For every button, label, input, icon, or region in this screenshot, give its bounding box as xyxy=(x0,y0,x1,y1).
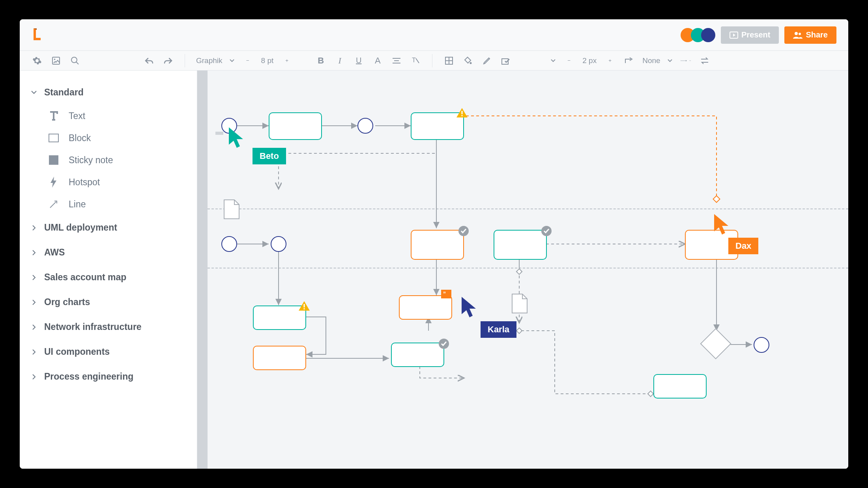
share-button[interactable]: Share xyxy=(784,26,836,44)
gear-icon xyxy=(32,56,42,65)
svg-rect-24 xyxy=(713,196,720,203)
connector-button[interactable] xyxy=(623,55,634,66)
task-box[interactable] xyxy=(494,230,547,260)
start-node[interactable] xyxy=(221,236,237,252)
fill-button[interactable] xyxy=(462,55,473,66)
canvas[interactable]: ” Beto Karla xyxy=(197,71,848,469)
vertical-ruler xyxy=(197,71,208,469)
warning-badge xyxy=(456,108,468,118)
caret-right-icon xyxy=(31,374,37,380)
check-shape-icon xyxy=(501,56,511,65)
task-box[interactable] xyxy=(253,346,306,370)
shape-label: Line xyxy=(69,199,86,210)
svg-rect-38 xyxy=(462,111,463,114)
caret-right-icon xyxy=(31,274,37,281)
font-name-value: Graphik xyxy=(196,56,223,65)
present-button[interactable]: Present xyxy=(721,26,779,44)
cursor-dax: Dax xyxy=(713,212,758,254)
category-ui[interactable]: UI components xyxy=(31,339,197,364)
font-size-decrease[interactable]: − xyxy=(242,55,253,66)
event-node[interactable] xyxy=(271,236,286,252)
task-box[interactable] xyxy=(399,295,452,320)
line-width-decrease[interactable]: − xyxy=(563,55,574,66)
shape-item-hotspot[interactable]: Hotspot xyxy=(48,171,197,193)
svg-line-11 xyxy=(416,58,419,63)
redo-button[interactable] xyxy=(163,55,174,66)
gateway[interactable] xyxy=(700,328,731,359)
clear-format-button[interactable]: T xyxy=(410,55,421,66)
cursor-icon xyxy=(227,126,246,149)
svg-point-5 xyxy=(71,57,77,63)
svg-rect-31 xyxy=(516,269,522,274)
align-button[interactable] xyxy=(391,55,402,66)
cursor-label: Karla xyxy=(481,321,516,338)
swap-direction-button[interactable] xyxy=(699,55,710,66)
image-button[interactable] xyxy=(51,55,62,66)
check-badge xyxy=(541,226,552,236)
shape-item-line[interactable]: Line xyxy=(48,193,197,215)
comment-badge[interactable]: ” xyxy=(441,290,451,298)
category-org[interactable]: Org charts xyxy=(31,290,197,315)
pen-button[interactable] xyxy=(481,55,492,66)
category-standard[interactable]: Standard xyxy=(31,80,197,105)
category-aws[interactable]: AWS xyxy=(31,240,197,265)
lane-divider xyxy=(208,209,848,209)
svg-point-15 xyxy=(470,62,472,64)
check-shape-button[interactable] xyxy=(500,55,511,66)
caret-right-icon xyxy=(31,299,37,305)
shape-item-block[interactable]: Block xyxy=(48,127,197,149)
task-box[interactable] xyxy=(391,343,444,367)
caret-down-icon[interactable] xyxy=(551,59,556,62)
caret-right-icon xyxy=(31,225,37,231)
task-box[interactable] xyxy=(653,374,707,399)
settings-button[interactable] xyxy=(32,55,43,66)
shape-button[interactable] xyxy=(443,55,455,66)
search-button[interactable] xyxy=(69,55,80,66)
fill-icon xyxy=(464,56,472,65)
app-logo[interactable] xyxy=(32,28,43,42)
pen-icon xyxy=(483,56,491,65)
svg-rect-19 xyxy=(49,155,58,165)
undo-button[interactable] xyxy=(144,55,155,66)
category-label: UI components xyxy=(44,346,110,357)
cursor-beto: Beto xyxy=(227,126,286,164)
font-size-value: 8 pt xyxy=(261,56,274,65)
people-icon xyxy=(793,32,803,39)
category-sales[interactable]: Sales account map xyxy=(31,265,197,290)
svg-point-2 xyxy=(799,33,801,35)
caret-down-icon xyxy=(689,59,691,62)
line-width-increase[interactable]: + xyxy=(604,55,615,66)
svg-text:T: T xyxy=(412,57,416,63)
file-icon[interactable] xyxy=(223,199,240,220)
italic-button[interactable]: I xyxy=(334,55,345,66)
bold-button[interactable]: B xyxy=(315,55,326,66)
align-icon xyxy=(393,58,400,64)
category-label: UML deployment xyxy=(44,222,117,233)
redo-icon xyxy=(163,57,173,65)
connector-icon xyxy=(624,57,634,65)
line-style-select[interactable]: None xyxy=(642,56,672,65)
caret-down-icon xyxy=(668,59,672,62)
avatar[interactable] xyxy=(701,28,715,42)
underline-button[interactable]: U xyxy=(353,55,364,66)
check-badge xyxy=(458,226,469,236)
category-process[interactable]: Process engineering xyxy=(31,364,197,389)
category-label: Process engineering xyxy=(44,371,133,382)
text-color-button[interactable]: A xyxy=(372,55,383,66)
share-label: Share xyxy=(806,30,828,39)
svg-rect-26 xyxy=(215,132,223,135)
end-node[interactable] xyxy=(754,337,769,353)
category-uml[interactable]: UML deployment xyxy=(31,215,197,240)
text-icon xyxy=(48,110,59,121)
shapes-sidebar: Standard Text Block xyxy=(20,71,197,469)
font-size-increase[interactable]: + xyxy=(281,55,292,66)
event-node[interactable] xyxy=(357,118,373,134)
arrow-style-button[interactable] xyxy=(680,55,691,66)
task-box[interactable] xyxy=(411,230,464,260)
line-width-value: 2 px xyxy=(582,56,597,65)
category-network[interactable]: Network infrastructure xyxy=(31,315,197,339)
font-family-select[interactable]: Graphik xyxy=(196,56,234,65)
hotspot-icon xyxy=(48,177,59,188)
shape-item-text[interactable]: Text xyxy=(48,105,197,127)
shape-item-sticky[interactable]: Sticky note xyxy=(48,149,197,171)
